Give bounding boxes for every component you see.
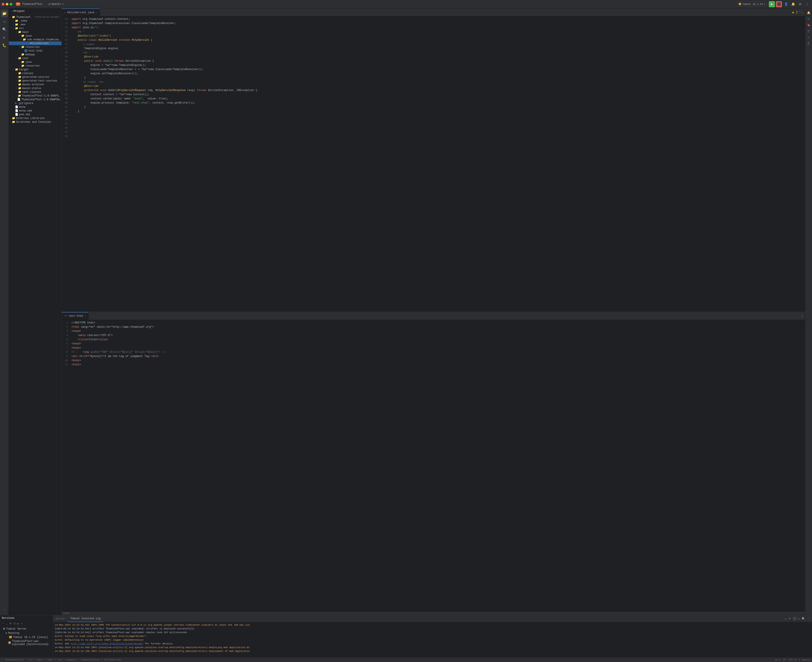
bottom-area: Services ⌃ ⌄ 👁 ⊟ ▶ + 🖥Tomcat Server▶Runn… bbox=[0, 615, 812, 662]
tree-item-mvn[interactable]: ›📁.mvn bbox=[9, 23, 61, 26]
tree-item-generated-test-sources[interactable]: ›📁generated-test-sources bbox=[9, 79, 61, 83]
run-icon[interactable]: ▶ bbox=[1, 34, 8, 41]
maximize-button[interactable] bbox=[10, 3, 12, 5]
debug-button[interactable]: ⬛ bbox=[776, 1, 782, 7]
status-right: 32:2 LF UTF-8 4 spaces bbox=[775, 659, 810, 661]
tree-item-scratches[interactable]: ›📁Scratches and Consoles bbox=[9, 120, 61, 124]
html-mode-label: html bbox=[62, 611, 805, 615]
html-tab-close[interactable]: ✕ bbox=[84, 315, 86, 317]
log-refresh-btn[interactable]: ↺ bbox=[784, 617, 787, 621]
tree-item-webapp[interactable]: ›📁webapp bbox=[9, 53, 61, 56]
tab-close-button[interactable]: ✕ bbox=[96, 11, 97, 14]
service-item[interactable]: 🖥Tomcat Server bbox=[0, 627, 53, 631]
tree-item-target[interactable]: ▾📁target bbox=[9, 67, 61, 71]
tree-item-test-html[interactable]: 🌐test.html bbox=[9, 49, 61, 53]
tree-item-mvnw-cmd[interactable]: 📄mvnw.cmd bbox=[9, 109, 61, 112]
tree-item-src[interactable]: ▾📁src bbox=[9, 26, 61, 30]
services-run-btn[interactable]: ▶ bbox=[17, 622, 19, 626]
status-encoding[interactable]: UTF-8 bbox=[789, 659, 796, 661]
search-icon[interactable]: 🔍 bbox=[1, 26, 8, 33]
log-stop-btn[interactable]: ⬛ bbox=[793, 617, 797, 621]
tree-item-test-resources[interactable]: ›📁resources bbox=[9, 64, 61, 67]
bottom-code-content[interactable]: <!DOCTYPE html><html lang="en" xmlns:th=… bbox=[70, 320, 805, 612]
tree-item-main[interactable]: ▾📁main bbox=[9, 30, 61, 34]
run-button[interactable]: ▶ bbox=[769, 1, 775, 7]
project-tree-icon[interactable]: 📁 bbox=[1, 10, 8, 17]
tree-item-idea[interactable]: ›📁.idea bbox=[9, 19, 61, 23]
html-line-6: <head> bbox=[71, 342, 803, 346]
tree-icon-test-resources: 📁 bbox=[21, 64, 24, 67]
tree-label-external-libs: External Libraries bbox=[16, 117, 45, 120]
tree-item-mvnw[interactable]: 📄mvnw bbox=[9, 105, 61, 109]
tree-item-pom-xml[interactable]: 📄pom.xml bbox=[9, 112, 61, 116]
warning-badge: ▲ 2 bbox=[792, 11, 798, 14]
profile-icon[interactable]: 👤 bbox=[783, 1, 789, 7]
settings-icon[interactable]: ⚙ bbox=[797, 1, 803, 7]
tree-item-test-classes[interactable]: ›📁test-classes bbox=[9, 90, 61, 94]
tree-label-test-classes: test-classes bbox=[22, 91, 41, 94]
services-filter-btn[interactable]: ⊟ bbox=[13, 622, 16, 626]
tree-item-external-libs[interactable]: ›📁External Libraries bbox=[9, 116, 61, 120]
tree-label-test-resources: resources bbox=[25, 64, 40, 67]
tree-item-gitignore[interactable]: ⊙.gitignore bbox=[9, 101, 61, 105]
structure-icon[interactable]: ☰ bbox=[806, 29, 811, 34]
services-visible-btn[interactable]: 👁 bbox=[9, 622, 13, 626]
services-add-btn[interactable]: + bbox=[20, 622, 23, 626]
notifications-right-icon[interactable]: 🔔 bbox=[806, 10, 811, 15]
tree-item-root[interactable]: ▾📁ThymeleafTest~/Desktop/CS/JavaEE/1 Ja.… bbox=[9, 15, 61, 19]
close-button[interactable] bbox=[2, 3, 5, 5]
top-code-content[interactable]: import org.thymeleaf.context.Context;imp… bbox=[70, 16, 805, 312]
notification-bell[interactable]: 🔔 bbox=[790, 1, 796, 7]
minimize-button[interactable] bbox=[6, 3, 8, 5]
expand-icon[interactable]: ⌄ bbox=[801, 10, 803, 14]
services-sidebar: Services ⌃ ⌄ 👁 ⊟ ▶ + 🖥Tomcat Server▶Runn… bbox=[0, 615, 53, 657]
log-more-btn[interactable]: ⋮ bbox=[807, 617, 810, 621]
log-resume-btn[interactable]: ↻ bbox=[798, 617, 800, 621]
tree-item-generated-sources[interactable]: ›📁generated-sources bbox=[9, 75, 61, 79]
plugin-icon[interactable]: m bbox=[806, 16, 811, 22]
service-item[interactable]: 📦ThymeleafTest:war exploded [Synchronize… bbox=[0, 639, 53, 646]
tree-item-test-java[interactable]: ›📁java bbox=[9, 60, 61, 64]
tree-item-test[interactable]: ▾📁test bbox=[9, 56, 61, 60]
service-item[interactable]: ▶Running bbox=[0, 631, 53, 635]
tree-item-snapshot-jar[interactable]: ›📁ThymeleafTest-1.0-SNAPSHOT bbox=[9, 94, 61, 98]
tree-icon-maven-status: 📁 bbox=[18, 87, 21, 90]
code-line-36: } bbox=[71, 105, 803, 109]
html-line-10: <body> bbox=[71, 358, 803, 363]
catalina-tab[interactable]: Tomcat Catalina Log bbox=[68, 615, 103, 622]
status-line-ending[interactable]: LF bbox=[783, 659, 786, 661]
git-right-icon[interactable]: ⊙ bbox=[806, 35, 811, 40]
run-config-selector[interactable]: 🐱 Tomcat 10.1.23 ▾ bbox=[736, 2, 767, 6]
bookmarks-icon[interactable]: 🔖 bbox=[806, 22, 811, 28]
git-icon[interactable]: ⊙ bbox=[1, 18, 8, 25]
tree-item-com-example[interactable]: ▾📁com.example.thymeleaftest bbox=[9, 38, 61, 42]
database-icon[interactable]: 🗄 bbox=[806, 41, 811, 46]
tree-icon-maven-archiver: 📁 bbox=[18, 83, 21, 86]
code-line-19: 3 usages bbox=[71, 42, 803, 47]
settings-sidebar-icon[interactable]: ⋯ bbox=[1, 606, 8, 613]
status-indent[interactable]: 4 spaces bbox=[799, 659, 810, 661]
tree-item-snapshot-war[interactable]: 📄ThymeleafTest-1.0-SNAPSHOT.war bbox=[9, 98, 61, 101]
more-options-icon[interactable]: ⋮ bbox=[804, 1, 810, 7]
log-entry: SLF4J: Defaulting to no-operation (NOP) … bbox=[55, 638, 810, 642]
status-position[interactable]: 32:2 bbox=[775, 659, 780, 661]
tree-item-maven-status[interactable]: ›📁maven-status bbox=[9, 87, 61, 90]
collapse-icon[interactable]: ⌃ bbox=[799, 10, 800, 14]
service-item[interactable]: 🐱Tomcat 10.1.23 [local] bbox=[0, 635, 53, 639]
tab-hello-servlet[interactable]: ☕ HelloServlet.java ✕ bbox=[62, 8, 100, 16]
tree-item-maven-archiver[interactable]: ›📁maven-archiver bbox=[9, 83, 61, 87]
log-pause-btn[interactable]: ⏸ bbox=[788, 617, 791, 621]
tab-test-html[interactable]: <> test.html ✕ bbox=[62, 312, 88, 320]
tree-item-resources[interactable]: ▾📁resources bbox=[9, 45, 61, 49]
tree-item-classes[interactable]: ›📁classes bbox=[9, 71, 61, 75]
tree-icon-java: 📁 bbox=[21, 34, 24, 37]
server-tab[interactable]: Server bbox=[53, 615, 68, 622]
log-search-btn[interactable]: 🔍 bbox=[801, 617, 806, 621]
tree-item-java[interactable]: ▾📁java bbox=[9, 34, 61, 38]
debug-sidebar-icon[interactable]: 🐛 bbox=[1, 42, 8, 49]
tree-label-root: ThymeleafTest bbox=[16, 16, 32, 19]
tree-item-HelloServlet[interactable]: ☕HelloServlet bbox=[9, 42, 61, 45]
branch-indicator[interactable]: ⎇ master ▾ bbox=[48, 2, 63, 6]
services-collapse-btn[interactable]: ⌃ bbox=[2, 622, 5, 626]
services-expand-btn[interactable]: ⌄ bbox=[5, 622, 8, 626]
